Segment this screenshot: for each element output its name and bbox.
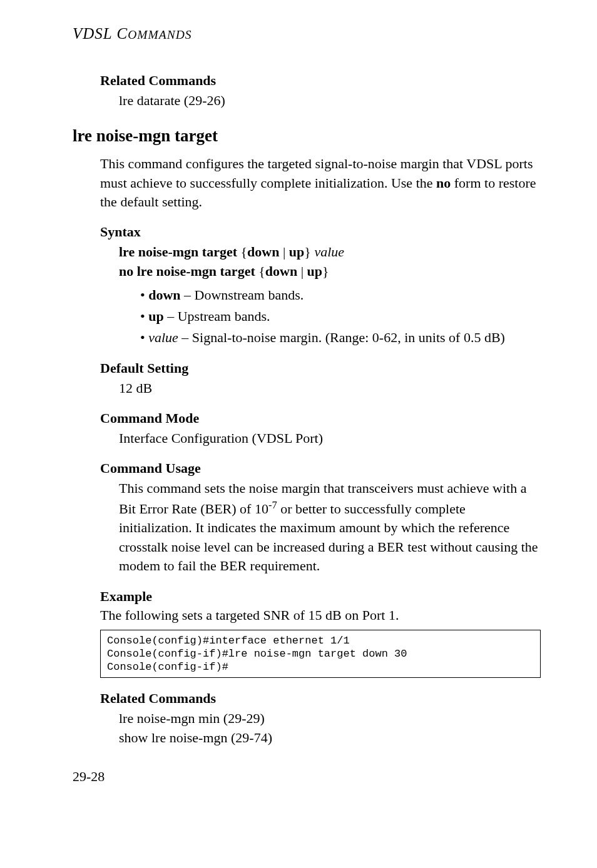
related-bottom-line1: lre noise-mgn min (29-29) <box>119 709 541 728</box>
list-item: up – Upstream bands. <box>140 306 541 326</box>
syntax-l2-p3: } <box>322 263 329 279</box>
running-header: VDSL COMMANDS <box>73 25 541 43</box>
list-item: down – Downstream bands. <box>140 285 541 305</box>
syntax-l2-p1: { <box>255 263 265 279</box>
syntax-l1-p3: } <box>304 244 314 260</box>
syntax-l1-b2: down <box>247 244 279 260</box>
bullet-down-bold: down <box>148 287 180 303</box>
bullet-down-rest: – Downstream bands. <box>181 287 304 303</box>
heading-syntax: Syntax <box>100 224 541 240</box>
heading-example: Example <box>100 588 541 605</box>
usage-sup: -7 <box>268 499 277 511</box>
command-mode-value: Interface Configuration (VDSL Port) <box>119 429 541 448</box>
syntax-l2-b3: up <box>307 263 322 279</box>
heading-command-usage: Command Usage <box>100 460 541 477</box>
syntax-bullets: down – Downstream bands. up – Upstream b… <box>140 285 541 348</box>
related-top-line: lre datarate (29-26) <box>119 91 541 110</box>
heading-related-commands-top: Related Commands <box>100 73 541 89</box>
syntax-l2-p2: | <box>297 263 307 279</box>
heading-default-setting: Default Setting <box>100 360 541 376</box>
syntax-l1-p2: | <box>279 244 288 260</box>
bullet-value-ital: value <box>148 330 178 345</box>
syntax-l1-i: value <box>314 244 344 260</box>
syntax-line-2: no lre noise-mgn target {down | up} <box>119 262 541 281</box>
code-block: Console(config)#interface ethernet 1/1 C… <box>100 630 541 679</box>
bullet-up-bold: up <box>148 308 163 324</box>
syntax-l1-b3: up <box>289 244 304 260</box>
heading-command: lre noise-mgn target <box>73 126 541 146</box>
bullet-value-rest: – Signal-to-noise margin. (Range: 0-62, … <box>178 330 505 345</box>
syntax-l1-b1: lre noise-mgn target <box>119 244 237 260</box>
default-value: 12 dB <box>119 379 541 398</box>
running-header-text: VDSL COMMANDS <box>73 25 192 42</box>
page-number: 29-28 <box>73 769 541 785</box>
bullet-up-rest: – Upstream bands. <box>164 308 270 324</box>
heading-related-commands-bottom: Related Commands <box>100 690 541 707</box>
related-bottom-line2: show lre noise-mgn (29-74) <box>119 729 541 747</box>
intro-bold-no: no <box>436 175 451 191</box>
list-item: value – Signal-to-noise margin. (Range: … <box>140 328 541 348</box>
syntax-block: lre noise-mgn target {down | up} value n… <box>119 243 541 281</box>
heading-command-mode: Command Mode <box>100 410 541 426</box>
syntax-l2-b2: down <box>265 263 297 279</box>
syntax-l2-b1: no lre noise-mgn target <box>119 263 255 279</box>
intro-paragraph: This command configures the targeted sig… <box>100 154 541 211</box>
syntax-l1-p1: { <box>237 244 247 260</box>
usage-paragraph: This command sets the noise margin that … <box>119 479 541 575</box>
example-intro: The following sets a targeted SNR of 15 … <box>100 607 541 623</box>
syntax-line-1: lre noise-mgn target {down | up} value <box>119 243 541 262</box>
